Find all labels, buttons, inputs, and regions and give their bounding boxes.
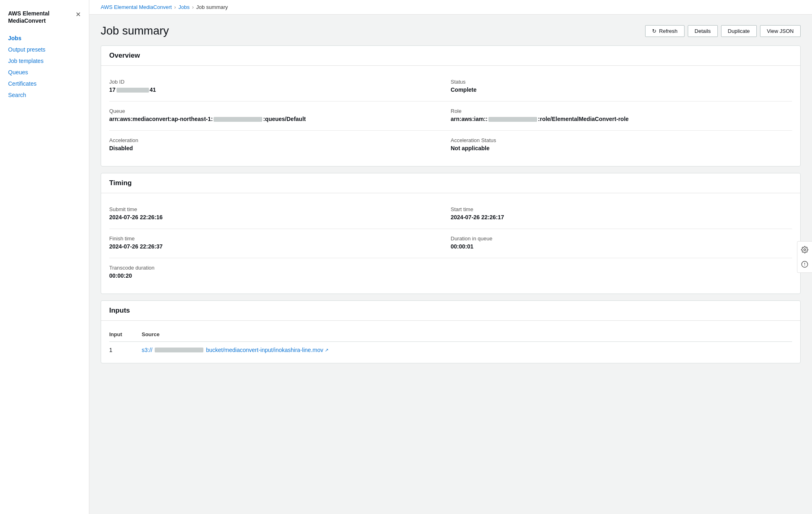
job-id-item: Job ID 1741 xyxy=(109,74,451,99)
submit-time-label: Submit time xyxy=(109,206,451,212)
submit-time-item: Submit time 2024-07-26 22:26:16 xyxy=(109,201,451,227)
col-input: Input xyxy=(109,329,142,342)
overview-grid: Job ID 1741 Status Complete Queue xyxy=(109,74,792,158)
source-redacted xyxy=(155,348,203,352)
finish-time-item: Finish time 2024-07-26 22:26:37 xyxy=(109,231,451,256)
header-actions: Refresh Details Duplicate View JSON xyxy=(645,25,801,37)
queue-label: Queue xyxy=(109,108,451,114)
view-json-button[interactable]: View JSON xyxy=(760,25,801,37)
role-redacted xyxy=(488,117,537,122)
page-header: Job summary Refresh Details Duplicate Vi… xyxy=(101,24,801,37)
job-id-value: 1741 xyxy=(109,86,451,93)
acceleration-status-label: Acceleration Status xyxy=(451,137,792,143)
job-id-label: Job ID xyxy=(109,79,451,85)
details-button[interactable]: Details xyxy=(688,25,718,37)
col-source: Source xyxy=(142,329,792,342)
breadcrumb-parent[interactable]: Jobs xyxy=(178,4,189,10)
start-time-label: Start time xyxy=(451,206,792,212)
right-icon-top[interactable] xyxy=(800,245,810,255)
breadcrumb: AWS Elemental MediaConvert › Jobs › Job … xyxy=(89,0,812,15)
overview-card-header: Overview xyxy=(101,46,800,66)
status-value: Complete xyxy=(451,86,792,93)
queue-value: arn:aws:mediaconvert:ap-northeast-1::que… xyxy=(109,116,451,122)
timing-placeholder xyxy=(451,260,792,285)
refresh-icon xyxy=(652,28,657,34)
acceleration-label: Acceleration xyxy=(109,137,451,143)
input-source: s3://bucket/mediaconvert-input/inokashir… xyxy=(142,342,792,355)
inputs-card-header: Inputs xyxy=(101,301,800,321)
queue-item: Queue arn:aws:mediaconvert:ap-northeast-… xyxy=(109,103,451,129)
timing-card-body: Submit time 2024-07-26 22:26:16 Start ti… xyxy=(101,193,800,294)
duration-queue-label: Duration in queue xyxy=(451,235,792,242)
start-time-item: Start time 2024-07-26 22:26:17 xyxy=(451,201,792,227)
role-label: Role xyxy=(451,108,792,114)
status-label: Status xyxy=(451,79,792,85)
overview-card: Overview Job ID 1741 Status Complete xyxy=(101,45,801,166)
sidebar-nav: Jobs Output presets Job templates Queues… xyxy=(0,32,89,101)
submit-time-value: 2024-07-26 22:26:16 xyxy=(109,214,451,220)
breadcrumb-root[interactable]: AWS Elemental MediaConvert xyxy=(101,4,172,10)
job-id-redacted xyxy=(117,88,149,93)
timing-card-header: Timing xyxy=(101,173,800,193)
finish-time-label: Finish time xyxy=(109,235,451,242)
queue-redacted xyxy=(214,117,262,122)
sidebar-header: AWS Elemental MediaConvert ✕ xyxy=(0,6,89,32)
sidebar-item-queues[interactable]: Queues xyxy=(0,67,89,78)
acceleration-status-item: Acceleration Status Not applicable xyxy=(451,132,792,158)
sidebar-item-search[interactable]: Search xyxy=(0,89,89,101)
divider-2 xyxy=(109,130,792,131)
right-icon-bottom[interactable] xyxy=(800,259,810,269)
table-row: 1 s3://bucket/mediaconvert-input/inokash… xyxy=(109,342,792,355)
sidebar: AWS Elemental MediaConvert ✕ Jobs Output… xyxy=(0,0,89,514)
duration-queue-value: 00:00:01 xyxy=(451,243,792,250)
inputs-title: Inputs xyxy=(109,307,792,315)
sidebar-item-job-templates[interactable]: Job templates xyxy=(0,55,89,67)
inputs-card: Inputs Input Source 1 xyxy=(101,300,801,363)
breadcrumb-sep-1: › xyxy=(174,4,176,10)
duration-queue-item: Duration in queue 00:00:01 xyxy=(451,231,792,256)
inputs-table-header-row: Input Source xyxy=(109,329,792,342)
duplicate-button[interactable]: Duplicate xyxy=(721,25,757,37)
transcode-duration-value: 00:00:20 xyxy=(109,272,451,279)
finish-time-value: 2024-07-26 22:26:37 xyxy=(109,243,451,250)
role-item: Role arn:aws:iam:::role/ElementalMediaCo… xyxy=(451,103,792,129)
external-link-icon: ↗ xyxy=(325,348,328,353)
transcode-duration-item: Transcode duration 00:00:20 xyxy=(109,260,451,285)
breadcrumb-current: Job summary xyxy=(196,4,228,10)
input-num: 1 xyxy=(109,342,142,355)
status-item: Status Complete xyxy=(451,74,792,99)
right-sidebar-icons xyxy=(797,241,812,273)
divider-1 xyxy=(109,101,792,102)
svg-point-0 xyxy=(804,249,806,251)
source-link[interactable]: s3://bucket/mediaconvert-input/inokashir… xyxy=(142,347,328,353)
acceleration-value: Disabled xyxy=(109,145,451,151)
sidebar-item-certificates[interactable]: Certificates xyxy=(0,78,89,89)
acceleration-item: Acceleration Disabled xyxy=(109,132,451,158)
refresh-button[interactable]: Refresh xyxy=(645,25,685,37)
overview-card-body: Job ID 1741 Status Complete Queue xyxy=(101,66,800,166)
start-time-value: 2024-07-26 22:26:17 xyxy=(451,214,792,220)
inputs-table: Input Source 1 s3://bucket/mediaconvert-… xyxy=(109,329,792,355)
divider-3 xyxy=(109,229,792,229)
timing-card: Timing Submit time 2024-07-26 22:26:16 S… xyxy=(101,173,801,294)
acceleration-status-value: Not applicable xyxy=(451,145,792,151)
content-area: Job summary Refresh Details Duplicate Vi… xyxy=(89,15,812,514)
breadcrumb-sep-2: › xyxy=(192,4,194,10)
sidebar-item-output-presets[interactable]: Output presets xyxy=(0,44,89,55)
divider-4 xyxy=(109,258,792,258)
timing-grid: Submit time 2024-07-26 22:26:16 Start ti… xyxy=(109,201,792,285)
close-icon[interactable]: ✕ xyxy=(76,11,81,18)
app-title: AWS Elemental MediaConvert xyxy=(8,10,50,24)
page-title: Job summary xyxy=(101,24,169,37)
sidebar-item-jobs[interactable]: Jobs xyxy=(0,32,89,44)
inputs-card-body: Input Source 1 s3://bucket/mediaconvert-… xyxy=(101,321,800,363)
timing-title: Timing xyxy=(109,179,792,187)
role-value: arn:aws:iam:::role/ElementalMediaConvert… xyxy=(451,116,792,122)
overview-title: Overview xyxy=(109,52,792,60)
transcode-duration-label: Transcode duration xyxy=(109,265,451,271)
main-content: AWS Elemental MediaConvert › Jobs › Job … xyxy=(89,0,812,514)
